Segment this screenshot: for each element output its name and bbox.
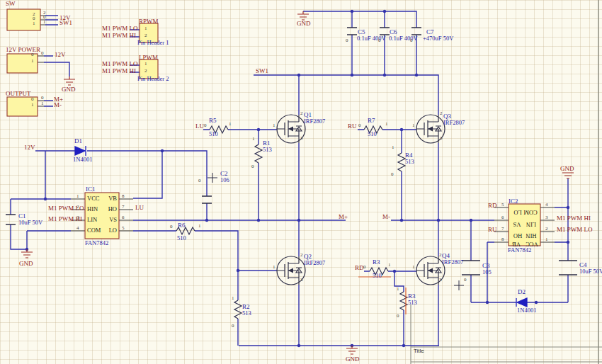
- d2-value: 1N4001: [517, 307, 536, 314]
- r7-pin-0: 0: [358, 123, 361, 128]
- q1-part: IRF2807: [304, 118, 325, 125]
- ic2-pin-name-ho: HO: [513, 233, 522, 239]
- q4-pin-1: 1: [412, 265, 415, 270]
- resistor-symbols[interactable]: [176, 126, 407, 319]
- q3-pin-2: 2: [440, 111, 443, 116]
- ic1-pin-5: 5: [122, 226, 125, 231]
- r7-pin-1: 1: [385, 122, 388, 127]
- net-label-mplus: M+: [339, 214, 348, 220]
- ic1-part: FAN7842: [85, 240, 108, 246]
- c6-value: 0.1uF 400V: [389, 35, 418, 42]
- p12-pin-number-0: 0: [41, 51, 44, 56]
- r3-gate-ref: R3: [373, 259, 380, 266]
- ic2-pin-name-lo: LO: [513, 210, 521, 216]
- d2-ref: D2: [518, 289, 526, 295]
- ic1-pin-name-lin: LIN: [87, 217, 97, 223]
- r6-pin-0: 0: [170, 224, 173, 229]
- r2-pin-1: 1: [232, 296, 234, 301]
- gnd-label-bottom: GND: [346, 356, 360, 363]
- lpwm-pin-1: 1: [144, 62, 147, 67]
- r7-ref: R7: [368, 118, 375, 124]
- r6-ref: R6: [178, 222, 186, 229]
- ic2-pin-name-vcc: VCC: [526, 241, 538, 248]
- ic2-pin-name-vs: VS: [513, 222, 521, 228]
- net-label-pwmhi-ic1: M1 PWM HI: [48, 216, 82, 222]
- net-label-mminus: M-: [382, 214, 390, 220]
- power-12v-ref: 12V POWER: [6, 47, 40, 53]
- ic2-pin-2: 2: [545, 227, 548, 232]
- net-label-sw1-sw: SW1: [59, 20, 72, 26]
- net-label-pwmhi-ic2: M1 PWM HI: [557, 215, 591, 222]
- ic2-ref: IC2: [509, 198, 518, 205]
- c5-value: 0.1uF 400V: [357, 35, 386, 42]
- res-r2: [234, 300, 242, 319]
- res-r4: [398, 153, 405, 171]
- ic2-pin-name-vb: VB: [512, 241, 521, 248]
- cap-c2: [202, 196, 212, 203]
- c7-pin-0: 0: [410, 38, 413, 43]
- net-label-ru-r7: RU: [348, 123, 357, 130]
- r1-value: 513: [263, 147, 272, 153]
- sw-display-pin-1: 1: [33, 21, 35, 26]
- wires: [11, 11, 568, 346]
- c2-value: 106: [220, 177, 229, 183]
- q1-pin-1: 1: [273, 123, 276, 128]
- ic2-pin-4: 4: [545, 203, 548, 207]
- ic1-pin-name-lo: LO: [97, 227, 117, 234]
- r5-pin-1: 1: [229, 122, 232, 127]
- r1-pin-0: 0: [251, 164, 254, 169]
- c6-pin-0: 0: [378, 38, 381, 43]
- q4-pin-3: 3: [439, 278, 442, 283]
- r4-pin-1: 1: [392, 145, 394, 150]
- ic1-pin-1: 1: [76, 194, 79, 199]
- sw-pin-number-1: 1: [43, 20, 46, 25]
- net-label-lu-r5: LU: [195, 123, 204, 130]
- r3-pulldown-pin-1: 1: [397, 287, 399, 292]
- c7-value: +470uF 50V: [423, 35, 453, 42]
- gnd-symbol-ic2: [562, 173, 574, 178]
- ic2-pin-name-lin: LIN: [526, 222, 536, 228]
- out-pin-number-1: 1: [41, 101, 44, 106]
- ic2-pin-name-com: COM: [523, 210, 537, 216]
- r6-pin-1: 1: [198, 224, 201, 229]
- q4-pin-2: 2: [439, 253, 442, 258]
- schematic-sheet[interactable]: SW 2 0 1 2 0 1 12V SW1 12V POWER 0 1 0 1…: [0, 0, 602, 364]
- out-display-pin-1: 1: [31, 103, 34, 108]
- rpwm-pin-1: 1: [144, 26, 147, 31]
- gnd-label-ic2: GND: [560, 166, 574, 172]
- net-label-ru-ic2: RU: [488, 227, 497, 233]
- q2-part: IRF2807: [304, 260, 325, 266]
- lpwm-ref: LPWM: [139, 55, 158, 61]
- net-label-rd-r3: RD: [355, 265, 364, 271]
- q1-pin-2: 2: [300, 111, 303, 116]
- net-label-mminus-output: M-: [54, 102, 62, 108]
- gnd-label-12vpower: GND: [62, 86, 76, 93]
- net-label-pwmlo-ic2: M1 PWM LO: [557, 227, 593, 233]
- q3-pin-1: 1: [412, 123, 415, 128]
- out-display-pin-0: 0: [31, 97, 34, 102]
- ic2-part: FAN7842: [508, 247, 531, 254]
- c1-value: 10uF 50V: [18, 220, 42, 226]
- r5-value: 510: [209, 131, 218, 137]
- cap-c3: [462, 261, 480, 275]
- ic2-pin-1: 1: [545, 237, 548, 242]
- sw-ref: SW: [6, 1, 16, 7]
- gnd-label-top: GND: [297, 21, 311, 27]
- diode-d2: [516, 298, 527, 307]
- ic2-pin-8: 8: [501, 237, 504, 242]
- output-ref: OUTPUT: [6, 91, 31, 97]
- net-label-pwmhi-rpwm: M1 PWM HI: [102, 33, 136, 39]
- c5-pin-0: 0: [346, 38, 348, 43]
- title-block-label: Title: [414, 348, 424, 354]
- sheet-border: [411, 0, 602, 364]
- net-label-rd-ic2: RD: [488, 203, 497, 209]
- rpwm-desc: Pin Header 1: [137, 40, 169, 46]
- cap-c4: [559, 261, 577, 275]
- cap-c7: [411, 28, 421, 35]
- res-r1: [255, 144, 262, 163]
- gnd-symbol-c1: [21, 249, 33, 258]
- q2-pin-3: 3: [300, 278, 303, 283]
- q1-pin-3: 3: [300, 136, 303, 141]
- ic1-pin-8: 8: [122, 194, 125, 199]
- r3-gate-pin-1: 1: [388, 263, 391, 268]
